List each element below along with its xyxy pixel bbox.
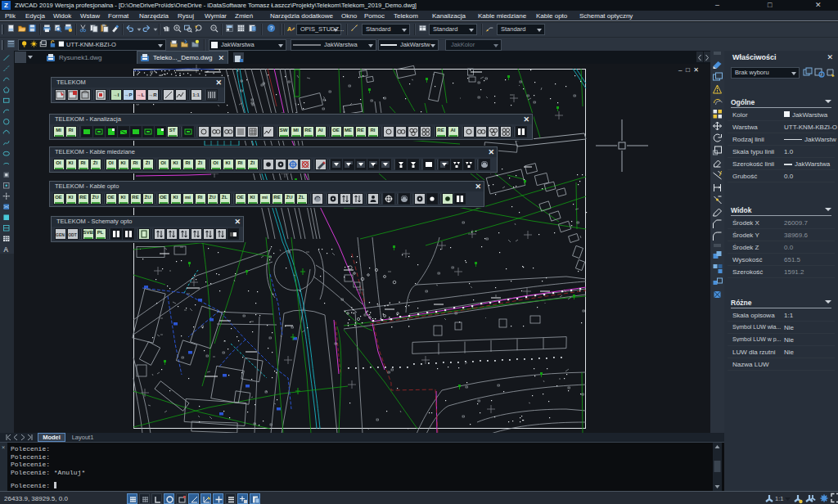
svg-text:A: A bbox=[3, 246, 8, 254]
svg-text:A: A bbox=[287, 25, 292, 33]
svg-text:?: ? bbox=[269, 25, 273, 32]
svg-text:1:1: 1:1 bbox=[775, 495, 783, 502]
